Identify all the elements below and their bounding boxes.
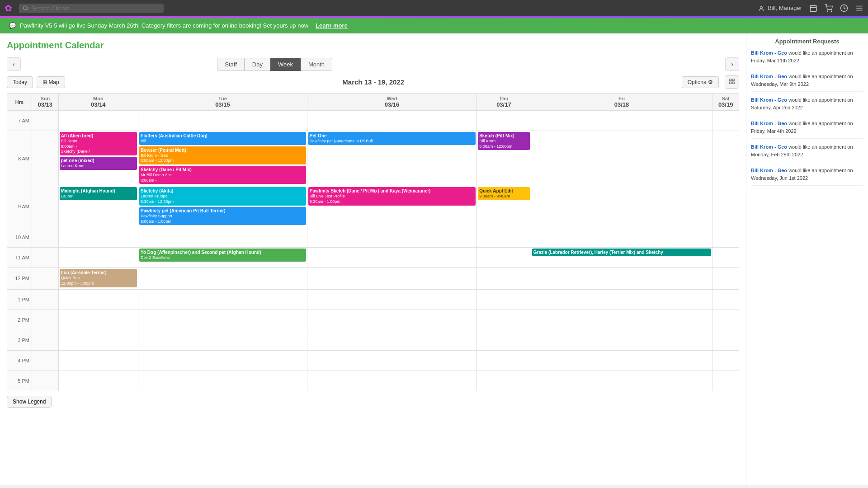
cell-9am-tue[interactable]: Sketchy (Akita) Lauren Kruppa 8:30am - 1… — [138, 186, 307, 227]
cell-2pm-tue[interactable] — [138, 310, 307, 330]
cell-11am-sun[interactable] — [32, 248, 59, 268]
cell-3pm-sat[interactable] — [712, 330, 739, 350]
cell-2pm-sun[interactable] — [32, 310, 59, 330]
appt-petone-mixed[interactable]: pet one (mixed) Lauren Krom — [60, 157, 137, 170]
search-input[interactable] — [31, 5, 160, 12]
cell-12pm-thu[interactable] — [477, 268, 531, 289]
cell-1pm-thu[interactable] — [477, 289, 531, 310]
cell-12pm-sat[interactable] — [712, 268, 739, 289]
cell-12pm-fri[interactable] — [531, 268, 712, 289]
appt-request-5[interactable]: Bill Krom - Geo would like an appointmen… — [751, 143, 863, 162]
cell-3pm-tue[interactable] — [138, 330, 307, 350]
cell-10am-fri[interactable] — [531, 227, 712, 248]
cell-4pm-fri[interactable] — [531, 350, 712, 371]
cell-10am-mon[interactable] — [58, 227, 138, 248]
cell-11am-sat[interactable] — [712, 248, 739, 268]
cell-5pm-thu[interactable] — [477, 371, 531, 391]
cell-5pm-tue[interactable] — [138, 371, 307, 391]
options-button[interactable]: Options ⚙ — [682, 76, 719, 88]
cell-9am-wed[interactable]: Pawfinity Sketch (Dane / Pit Mix) and Ka… — [307, 186, 476, 227]
cell-12pm-mon[interactable]: Lou (Airedale Terrier) Quick Res 12:00pm… — [58, 268, 138, 289]
user-info[interactable]: Bill, Manager — [758, 5, 802, 12]
cell-11am-wed[interactable] — [307, 248, 476, 268]
today-button[interactable]: Today — [7, 76, 33, 88]
cell-5pm-mon[interactable] — [58, 371, 138, 391]
cell-4pm-wed[interactable] — [307, 350, 476, 371]
cell-11am-mon[interactable] — [58, 248, 138, 268]
appt-sketch-thu[interactable]: Sketch (Pitt Mix) Bill Krom 8:00am - 12:… — [478, 132, 530, 150]
cell-4pm-tue[interactable] — [138, 350, 307, 371]
cell-5pm-wed[interactable] — [307, 371, 476, 391]
cell-8am-thu[interactable]: Sketch (Pitt Mix) Bill Krom 8:00am - 12:… — [477, 131, 531, 186]
cell-1pm-mon[interactable] — [58, 289, 138, 310]
cell-8am-tue[interactable]: Fluffers (Australian Cattle Dog) Bill Bo… — [138, 131, 307, 186]
cell-9am-sun[interactable] — [32, 186, 59, 227]
appt-request-1[interactable]: Bill Krom - Geo would like an appointmen… — [751, 49, 863, 68]
cell-2pm-mon[interactable] — [58, 310, 138, 330]
clock-icon[interactable] — [840, 4, 848, 12]
cell-7am-wed[interactable] — [307, 111, 476, 131]
appt-petone-wed[interactable]: Pet One Pawfinity pet (Americana in Pit … — [308, 132, 476, 145]
show-legend-button[interactable]: Show Legend — [7, 396, 52, 408]
appt-sketchy-akita[interactable]: Sketchy (Akita) Lauren Kruppa 8:30am - 1… — [139, 187, 306, 205]
cell-10am-thu[interactable] — [477, 227, 531, 248]
appt-request-4[interactable]: Bill Krom - Geo would like an appointmen… — [751, 120, 863, 139]
cell-5pm-sun[interactable] — [32, 371, 59, 391]
appt-pawfinity-wed[interactable]: Pawfinity Sketch (Dane / Pit Mix) and Ka… — [308, 187, 476, 205]
tab-week[interactable]: Week — [270, 58, 301, 71]
calendar-nav-icon[interactable] — [809, 4, 817, 12]
cell-10am-sun[interactable] — [32, 227, 59, 248]
cell-4pm-thu[interactable] — [477, 350, 531, 371]
cell-2pm-fri[interactable] — [531, 310, 712, 330]
cell-7am-mon[interactable] — [58, 111, 138, 131]
cell-2pm-thu[interactable] — [477, 310, 531, 330]
cell-9am-sat[interactable] — [712, 186, 739, 227]
appt-alf[interactable]: Alf (Alien bred) Bill Krom 8:00am - Sket… — [60, 132, 137, 155]
appt-lou[interactable]: Lou (Airedale Terrier) Quick Res 12:00pm… — [60, 269, 137, 287]
cell-10am-tue[interactable] — [138, 227, 307, 248]
appt-bowser[interactable]: Bowser (Pound Mutt) Bill Krom - Geo 8:00… — [139, 146, 306, 164]
cell-10am-sat[interactable] — [712, 227, 739, 248]
cell-5pm-sat[interactable] — [712, 371, 739, 391]
appt-quick-edit[interactable]: Quick Appt Edit 9:00am - 9:45am — [478, 187, 530, 200]
map-button[interactable]: ⊞ Map — [37, 76, 65, 88]
cell-1pm-sun[interactable] — [32, 289, 59, 310]
cell-12pm-sun[interactable] — [32, 268, 59, 289]
cell-8am-wed[interactable]: Pet One Pawfinity pet (Americana in Pit … — [307, 131, 476, 186]
appt-midnight[interactable]: Midnight (Afghan Hound) Lauren — [60, 187, 137, 200]
prev-week-button[interactable]: ‹ — [7, 57, 21, 71]
tab-staff[interactable]: Staff — [217, 58, 245, 71]
cell-4pm-sat[interactable] — [712, 350, 739, 371]
next-week-button[interactable]: › — [725, 57, 739, 71]
cell-7am-sat[interactable] — [712, 111, 739, 131]
cell-3pm-mon[interactable] — [58, 330, 138, 350]
appt-request-2[interactable]: Bill Krom - Geo would like an appointmen… — [751, 73, 863, 92]
cell-1pm-sat[interactable] — [712, 289, 739, 310]
cell-3pm-sun[interactable] — [32, 330, 59, 350]
calendar-view-icon-button[interactable] — [725, 75, 739, 89]
cell-3pm-thu[interactable] — [477, 330, 531, 350]
tab-month[interactable]: Month — [301, 58, 332, 71]
appt-sketchy-tue[interactable]: Sketchy (Dane / Pit Mix) Mr Bill Demo Ac… — [139, 166, 306, 184]
cell-8am-sun[interactable] — [32, 131, 59, 186]
cell-8am-fri[interactable] — [531, 131, 712, 186]
cell-3pm-fri[interactable] — [531, 330, 712, 350]
cell-4pm-sun[interactable] — [32, 350, 59, 371]
cell-1pm-wed[interactable] — [307, 289, 476, 310]
cell-9am-thu[interactable]: Quick Appt Edit 9:00am - 9:45am — [477, 186, 531, 227]
cell-11am-thu[interactable] — [477, 248, 531, 268]
cell-8am-sat[interactable] — [712, 131, 739, 186]
cell-11am-tue[interactable]: Yo Dog (Affenpinscher) and Second pet (A… — [138, 248, 307, 268]
menu-icon[interactable] — [855, 4, 863, 12]
tab-day[interactable]: Day — [245, 58, 270, 71]
cell-4pm-mon[interactable] — [58, 350, 138, 371]
cell-9am-mon[interactable]: Midnight (Afghan Hound) Lauren — [58, 186, 138, 227]
appt-pawfinity-pet[interactable]: Pawfinity pet (American Pit Bull Terrier… — [139, 207, 306, 225]
notification-learn-more-link[interactable]: Learn more — [316, 22, 348, 29]
appt-request-3[interactable]: Bill Krom - Geo would like an appointmen… — [751, 96, 863, 115]
cell-1pm-fri[interactable] — [531, 289, 712, 310]
cell-2pm-sat[interactable] — [712, 310, 739, 330]
cell-7am-sun[interactable] — [32, 111, 59, 131]
appt-grazia[interactable]: Grazia (Labrador Retriever), Harley (Ter… — [532, 249, 712, 256]
cell-7am-tue[interactable] — [138, 111, 307, 131]
